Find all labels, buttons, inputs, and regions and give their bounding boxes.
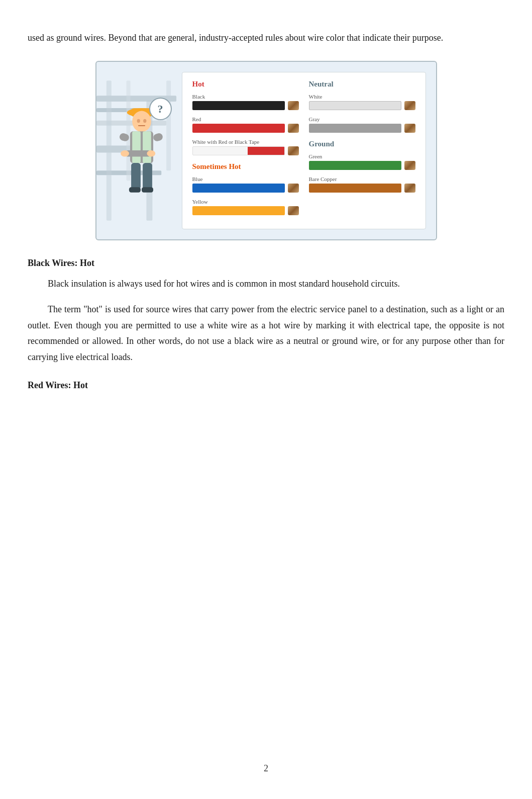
svg-point-22 [147,150,155,157]
svg-rect-18 [119,133,130,142]
svg-rect-23 [131,163,141,189]
svg-point-13 [143,119,146,123]
section1-heading: Black Wires: Hot [28,258,504,269]
svg-rect-26 [142,187,153,192]
svg-rect-24 [143,163,152,189]
svg-point-21 [121,150,129,157]
wire-diagram-container: ? [95,61,437,240]
wire-diagram: ? [95,61,437,240]
page-number: 2 [264,763,268,774]
section2-heading: Red Wires: Hot [28,380,504,391]
question-bubble: ? [149,98,172,120]
page-container: used as ground wires. Beyond that are ge… [0,0,532,799]
svg-point-12 [137,119,140,123]
section1-para1: Black insulation is always used for hot … [28,276,504,292]
svg-point-11 [132,111,151,132]
section1-para2: The term "hot" is used for source wires … [28,302,504,365]
worker-section: ? [107,72,177,229]
worker-figure: ? [114,93,169,208]
svg-rect-25 [129,187,140,192]
svg-rect-19 [152,133,163,142]
intro-paragraph: used as ground wires. Beyond that are ge… [28,30,504,46]
svg-rect-17 [143,131,151,163]
svg-rect-16 [132,131,141,163]
